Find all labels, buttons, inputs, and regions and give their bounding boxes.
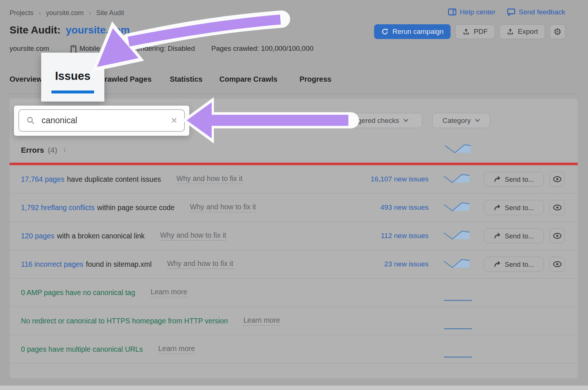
new-issues-link[interactable]: 112 new issues	[381, 232, 429, 240]
upload-icon	[462, 28, 470, 36]
tab-issues[interactable]: Issues	[41, 70, 104, 83]
search-callout: ✕	[14, 106, 189, 136]
header-links: Help center Send feedback	[448, 8, 565, 16]
issue-row: 120 pages with a broken canonical link W…	[10, 222, 578, 250]
issue-help-link[interactable]: Learn more	[243, 316, 280, 326]
issue-text: No redirect or canonical to HTTPS homepa…	[21, 307, 280, 335]
pdf-button[interactable]: PDF	[455, 24, 495, 39]
send-to-button[interactable]: Send to...	[484, 172, 544, 187]
issue-text: 0 AMP pages have no canonical tag Learn …	[21, 279, 187, 306]
refresh-icon	[381, 28, 389, 36]
clear-search-icon[interactable]: ✕	[171, 116, 178, 125]
send-to-button[interactable]: Send to...	[484, 257, 544, 272]
trend-sparkline	[443, 257, 471, 271]
issue-search-box[interactable]: ✕	[18, 109, 185, 132]
chat-bubble-icon	[507, 8, 515, 16]
breadcrumb-projects[interactable]: Projects	[10, 9, 33, 17]
title-domain-link[interactable]: yoursite.com	[66, 24, 130, 36]
issue-description: 0 pages have multiple canonical URLs	[21, 345, 143, 354]
gear-icon: ⚙	[553, 27, 562, 36]
issue-row: 0 AMP pages have no canonical tag Learn …	[10, 279, 578, 307]
chevron-down-icon	[475, 119, 480, 122]
flat-trend-line	[444, 357, 472, 358]
issue-row: 1,792 hreflang conflicts within page sou…	[10, 194, 578, 222]
errors-trend-sparkline	[444, 143, 472, 155]
settings-button[interactable]: ⚙	[550, 24, 565, 39]
book-icon	[448, 8, 456, 16]
header-actions: Rerun campaign PDF Export ⚙	[374, 24, 565, 39]
tab-progress[interactable]: Progress	[300, 75, 331, 84]
issue-help-link[interactable]: Why and how to fix it	[160, 231, 226, 241]
errors-severity-bar	[10, 163, 578, 165]
issue-help-link[interactable]: Learn more	[158, 344, 195, 354]
info-icon[interactable]: i	[64, 146, 65, 154]
send-to-button[interactable]: Send to...	[484, 200, 544, 215]
hide-issue-button[interactable]	[549, 200, 565, 215]
issue-count-link[interactable]: 116 incorrect pages	[21, 260, 83, 269]
upload-icon	[506, 28, 514, 36]
issues-list: 17,764 pages have duplicate content issu…	[10, 165, 578, 364]
rerun-campaign-button[interactable]: Rerun campaign	[374, 24, 451, 39]
issue-description: within page source code	[97, 203, 175, 212]
tab-overview[interactable]: Overview	[10, 75, 42, 84]
tab-statistics[interactable]: Statistics	[170, 75, 202, 84]
tab-crawled-pages[interactable]: Crawled Pages	[99, 75, 151, 84]
issue-text: 1,792 hreflang conflicts within page sou…	[21, 194, 256, 221]
send-feedback-link[interactable]: Send feedback	[507, 8, 565, 16]
trend-sparkline	[443, 201, 471, 214]
issue-row: 17,764 pages have duplicate content issu…	[10, 165, 578, 194]
issue-description: 0 AMP pages have no canonical tag	[21, 288, 135, 297]
trend-sparkline	[443, 229, 471, 243]
issue-count-link[interactable]: 120 pages	[21, 232, 54, 240]
new-issues-link[interactable]: 23 new issues	[384, 260, 429, 268]
search-input[interactable]	[41, 115, 144, 126]
issue-help-link[interactable]: Why and how to fix it	[176, 174, 243, 184]
issue-description: with a broken canonical link	[57, 232, 144, 240]
export-button[interactable]: Export	[499, 24, 545, 39]
forward-arrow-icon	[494, 233, 501, 239]
eye-icon	[553, 233, 562, 239]
issues-tab-callout[interactable]: Issues	[41, 53, 104, 102]
issue-row: 116 incorrect pages found in sitemap.xml…	[10, 250, 578, 279]
eye-icon	[553, 205, 562, 211]
issue-help-link[interactable]: Learn more	[151, 288, 187, 297]
segment-notices[interactable]: Notices 0	[264, 113, 311, 128]
flat-trend-line	[444, 328, 472, 329]
issue-row: No redirect or canonical to HTTPS homepa…	[10, 307, 578, 335]
forward-arrow-icon	[494, 261, 501, 267]
segment-warnings[interactable]: Warnings 0	[211, 113, 264, 128]
hide-issue-button[interactable]	[549, 172, 565, 187]
info-domain: yoursite.com	[10, 45, 49, 53]
search-icon	[26, 116, 35, 125]
breadcrumb: Projects › yoursite.com › Site Audit	[10, 9, 124, 17]
send-to-button[interactable]: Send to...	[484, 228, 544, 244]
issue-text: 116 incorrect pages found in sitemap.xml…	[21, 250, 233, 278]
issue-text: 120 pages with a broken canonical link W…	[21, 222, 226, 250]
eye-icon	[553, 261, 562, 267]
chevron-right-icon: ›	[89, 9, 91, 17]
forward-arrow-icon	[494, 176, 501, 182]
hide-issue-button[interactable]	[549, 228, 565, 244]
chevron-down-icon	[404, 119, 408, 122]
issue-description: No redirect or canonical to HTTPS homepa…	[21, 317, 228, 325]
issue-type-segments: Warnings 0 Notices 0	[211, 113, 312, 128]
tab-compare-crawls[interactable]: Compare Crawls	[219, 75, 277, 84]
breadcrumb-domain[interactable]: yoursite.com	[46, 9, 83, 17]
new-issues-link[interactable]: 493 new issues	[380, 203, 429, 212]
issues-panel: Warnings 0 Notices 0 Triggered checks Ca…	[10, 99, 578, 378]
info-device: Mobile	[79, 45, 100, 53]
issue-description: found in sitemap.xml	[86, 260, 152, 269]
issue-count-link[interactable]: 1,792 hreflang conflicts	[21, 203, 95, 212]
category-dropdown[interactable]: Category	[432, 113, 490, 128]
issue-help-link[interactable]: Why and how to fix it	[167, 259, 233, 269]
hide-issue-button[interactable]	[549, 257, 565, 272]
issue-text: 17,764 pages have duplicate content issu…	[21, 165, 243, 193]
page-title: Site Audit:yoursite.com	[10, 24, 130, 36]
issue-help-link[interactable]: Why and how to fix it	[190, 203, 256, 212]
site-audit-page: Projects › yoursite.com › Site Audit Hel…	[0, 0, 588, 390]
issue-count-link[interactable]: 17,764 pages	[21, 175, 64, 184]
triggered-checks-dropdown[interactable]: Triggered checks	[331, 113, 423, 128]
new-issues-link[interactable]: 16,107 new issues	[371, 175, 429, 183]
help-center-link[interactable]: Help center	[448, 8, 495, 16]
info-js-rendering: JS rendering: Disabled	[124, 45, 195, 53]
